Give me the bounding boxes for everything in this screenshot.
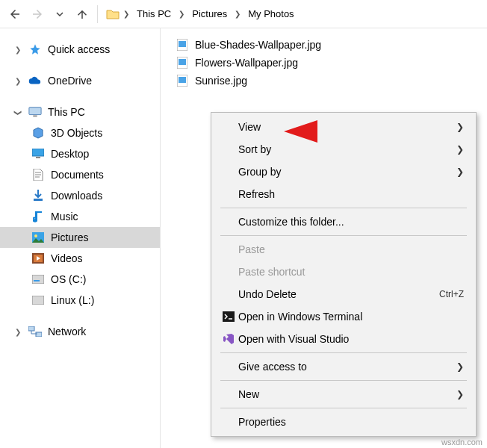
sidebar-label: Desktop xyxy=(51,148,89,160)
svg-rect-13 xyxy=(28,326,34,331)
sidebar-item-onedrive[interactable]: ❯ OneDrive xyxy=(0,70,160,91)
expand-icon[interactable]: ❯ xyxy=(13,77,22,85)
collapse-icon[interactable]: ❯ xyxy=(14,108,22,116)
menu-item-visual-studio[interactable]: Open with Visual Studio xyxy=(213,328,474,350)
menu-item-give-access[interactable]: Give access to❯ xyxy=(213,355,474,378)
context-menu: View❯ Sort by❯ Group by❯ Refresh Customi… xyxy=(211,112,477,437)
menu-item-paste: Paste xyxy=(213,238,474,261)
sidebar-item-linux-drive[interactable]: Linux (L:) xyxy=(0,290,160,311)
sidebar-item-3d-objects[interactable]: 3D Objects xyxy=(0,122,160,143)
sidebar-item-network[interactable]: ❯ Network xyxy=(0,321,160,342)
svg-rect-21 xyxy=(223,311,235,322)
svg-rect-20 xyxy=(179,77,186,83)
menu-item-terminal[interactable]: Open in Windows Terminal xyxy=(213,305,474,328)
menu-label: Paste xyxy=(238,243,464,255)
sidebar-item-videos[interactable]: Videos xyxy=(0,248,160,269)
menu-item-sort[interactable]: Sort by❯ xyxy=(213,138,474,161)
expand-icon[interactable]: ❯ xyxy=(13,46,22,54)
sidebar-label: This PC xyxy=(48,106,85,118)
forward-button[interactable] xyxy=(27,4,48,25)
file-item[interactable]: Flowers-Wallpaper.jpg xyxy=(171,54,487,72)
chevron-right-icon: ❯ xyxy=(233,10,242,18)
recent-dropdown[interactable] xyxy=(49,4,70,25)
navigation-tree: ❯ Quick access ❯ OneDrive ❯ This PC 3D O… xyxy=(0,28,161,448)
menu-item-view[interactable]: View❯ xyxy=(213,116,474,138)
svg-rect-11 xyxy=(34,280,40,281)
sidebar-item-quick-access[interactable]: ❯ Quick access xyxy=(0,39,160,60)
image-file-icon xyxy=(177,39,189,51)
breadcrumb[interactable]: ❯ This PC ❯ Pictures ❯ My Photos xyxy=(102,5,299,22)
menu-item-properties[interactable]: Properties xyxy=(213,411,474,433)
sidebar-item-music[interactable]: Music xyxy=(0,206,160,227)
visual-studio-icon xyxy=(219,333,238,345)
menu-label: Give access to xyxy=(238,361,456,373)
sidebar-label: Linux (L:) xyxy=(51,294,94,306)
sidebar-item-downloads[interactable]: Downloads xyxy=(0,185,160,206)
menu-item-group[interactable]: Group by❯ xyxy=(213,161,474,183)
sidebar-item-this-pc[interactable]: ❯ This PC xyxy=(0,102,160,122)
menu-shortcut: Ctrl+Z xyxy=(439,289,464,299)
network-icon xyxy=(28,325,42,338)
watermark: wsxdn.com xyxy=(441,438,483,447)
svg-point-7 xyxy=(34,234,37,237)
expand-icon[interactable]: ❯ xyxy=(13,328,22,336)
folder-icon xyxy=(105,7,120,22)
menu-item-customize[interactable]: Customize this folder... xyxy=(213,211,474,233)
file-item[interactable]: Sunrise.jpg xyxy=(171,72,487,90)
menu-separator xyxy=(220,352,467,353)
sidebar-item-documents[interactable]: Documents xyxy=(0,164,160,185)
sidebar-label: Downloads xyxy=(51,190,102,202)
image-file-icon xyxy=(177,57,189,69)
sidebar-label: Music xyxy=(51,211,78,223)
menu-separator xyxy=(220,235,467,236)
sidebar-item-desktop[interactable]: Desktop xyxy=(0,143,160,164)
image-file-icon xyxy=(177,75,189,87)
svg-rect-2 xyxy=(32,149,44,156)
file-name: Flowers-Wallpaper.jpg xyxy=(195,57,298,69)
sidebar-label: Pictures xyxy=(51,231,89,243)
download-icon xyxy=(31,189,45,202)
pictures-icon xyxy=(31,231,45,244)
sidebar-label: Documents xyxy=(51,169,104,181)
submenu-icon: ❯ xyxy=(456,361,464,372)
desktop-icon xyxy=(31,147,45,161)
menu-item-new[interactable]: New❯ xyxy=(213,383,474,405)
svg-rect-18 xyxy=(179,59,186,65)
svg-rect-10 xyxy=(32,275,44,284)
drive-icon xyxy=(31,273,45,286)
star-icon xyxy=(28,43,42,56)
menu-label: Refresh xyxy=(238,188,464,200)
menu-item-undo[interactable]: Undo DeleteCtrl+Z xyxy=(213,283,474,305)
menu-label: Properties xyxy=(238,416,464,428)
svg-point-5 xyxy=(34,219,37,223)
menu-label: New xyxy=(238,388,456,400)
up-button[interactable] xyxy=(72,4,93,25)
file-name: Blue-Shades-Wallpaper.jpg xyxy=(195,39,321,51)
sidebar-item-pictures[interactable]: Pictures xyxy=(0,227,160,248)
submenu-icon: ❯ xyxy=(456,167,464,177)
chevron-right-icon: ❯ xyxy=(122,10,131,18)
breadcrumb-item[interactable]: This PC xyxy=(132,5,176,22)
menu-label: Sort by xyxy=(238,143,456,155)
computer-icon xyxy=(28,105,42,119)
sidebar-label: Quick access xyxy=(48,43,110,55)
file-item[interactable]: Blue-Shades-Wallpaper.jpg xyxy=(171,36,487,54)
svg-rect-12 xyxy=(32,296,44,305)
sidebar-item-os-drive[interactable]: OS (C:) xyxy=(0,269,160,290)
submenu-icon: ❯ xyxy=(456,122,464,132)
breadcrumb-item[interactable]: My Photos xyxy=(244,5,298,22)
menu-item-refresh[interactable]: Refresh xyxy=(213,183,474,205)
menu-label: Paste shortcut xyxy=(238,266,464,278)
music-icon xyxy=(31,210,45,223)
file-name: Sunrise.jpg xyxy=(195,75,247,87)
terminal-icon xyxy=(219,311,238,322)
sidebar-label: 3D Objects xyxy=(51,127,102,139)
cube-icon xyxy=(31,126,45,140)
drive-icon xyxy=(31,293,45,307)
document-icon xyxy=(31,168,45,181)
breadcrumb-item[interactable]: Pictures xyxy=(187,5,232,22)
navigation-bar: ❯ This PC ❯ Pictures ❯ My Photos xyxy=(0,0,487,28)
back-button[interactable] xyxy=(4,4,25,25)
chevron-right-icon: ❯ xyxy=(177,10,186,18)
menu-label: View xyxy=(238,121,456,133)
